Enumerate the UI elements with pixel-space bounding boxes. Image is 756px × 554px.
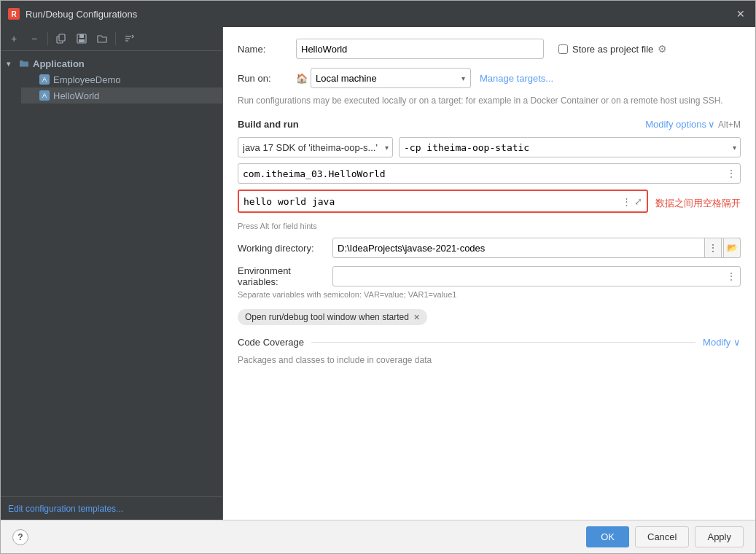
modify-link[interactable]: Modify ∨ bbox=[703, 337, 741, 348]
dialog-title: Run/Debug Configurations bbox=[26, 9, 137, 20]
bottom-left: ? bbox=[12, 529, 28, 545]
tag-label: Open run/debug tool window when started bbox=[245, 312, 409, 322]
right-panel: Name: Store as project file ⚙ Run on: 🏠 … bbox=[223, 27, 755, 520]
bottom-link-area: Edit configuration templates... bbox=[1, 496, 222, 520]
store-project-row: Store as project file ⚙ bbox=[558, 43, 667, 55]
working-dir-file-icon[interactable]: ⋮ bbox=[704, 238, 722, 258]
tree-item-employee-demo[interactable]: A EmployeeDemo bbox=[21, 71, 222, 87]
code-coverage-label: Code Coverage bbox=[238, 337, 304, 348]
add-button[interactable]: + bbox=[5, 30, 23, 47]
field-hint: Press Alt for field hints bbox=[238, 222, 741, 230]
run-debug-dialog: R Run/Debug Configurations ✕ + − bbox=[0, 0, 756, 554]
svg-rect-3 bbox=[79, 34, 84, 38]
manage-targets-link[interactable]: Manage targets... bbox=[480, 73, 553, 84]
tree-arrow: ▾ bbox=[7, 60, 17, 68]
working-dir-folder-icon[interactable]: 📂 bbox=[723, 238, 741, 258]
program-args-icons: ⋮ ⤢ bbox=[622, 196, 642, 207]
app-icon-2: A bbox=[39, 90, 50, 101]
gear-icon[interactable]: ⚙ bbox=[658, 43, 667, 55]
cp-select-wrapper: -cp itheima-oop-static ▾ bbox=[399, 137, 741, 157]
sdk-row: java 17 SDK of 'itheima-oop-s...' ▾ -cp … bbox=[238, 137, 741, 157]
folder-button[interactable] bbox=[93, 30, 111, 47]
tree-item-label-employee: EmployeeDemo bbox=[53, 74, 121, 85]
tree-group-header[interactable]: ▾ Application bbox=[1, 55, 222, 71]
divider-line bbox=[311, 342, 695, 343]
close-button[interactable]: ✕ bbox=[733, 7, 748, 21]
bottom-right: OK Cancel Apply bbox=[586, 526, 744, 547]
modify-options-area: Modify options ∨ Alt+M bbox=[645, 119, 741, 130]
ok-button[interactable]: OK bbox=[586, 526, 629, 547]
sdk-select-wrapper: java 17 SDK of 'itheima-oop-s...' ▾ bbox=[238, 137, 393, 157]
main-content: + − ▾ bbox=[1, 27, 755, 520]
sort-button[interactable] bbox=[120, 30, 138, 47]
name-input[interactable] bbox=[296, 39, 544, 59]
tree-item-hello-world[interactable]: A HelloWorld bbox=[21, 87, 222, 104]
tree-area: ▾ Application A EmployeeDemo bbox=[1, 51, 222, 496]
main-class-browse-icon[interactable]: ⋮ bbox=[726, 168, 736, 179]
working-dir-row: Working directory: ⋮ 📂 bbox=[238, 238, 741, 258]
main-class-input[interactable] bbox=[238, 163, 741, 184]
run-on-label: Run on: bbox=[238, 73, 296, 84]
env-vars-row: Environment variables: ⋮ bbox=[238, 265, 741, 287]
program-args-row: ⋮ ⤢ bbox=[238, 190, 648, 213]
name-row: Name: Store as project file ⚙ bbox=[238, 39, 741, 59]
tree-children: A EmployeeDemo A HelloWorld bbox=[1, 71, 222, 104]
main-class-row: ⋮ bbox=[238, 163, 741, 184]
bottom-bar: ? OK Cancel Apply bbox=[1, 520, 755, 553]
env-vars-input[interactable] bbox=[332, 266, 741, 286]
sdk-select[interactable]: java 17 SDK of 'itheima-oop-s...' bbox=[238, 137, 393, 157]
env-vars-icon[interactable]: ⋮ bbox=[726, 270, 736, 282]
remove-button[interactable]: − bbox=[26, 30, 43, 47]
right-content: Name: Store as project file ⚙ Run on: 🏠 … bbox=[223, 27, 755, 520]
copy-button[interactable] bbox=[52, 30, 70, 47]
help-button[interactable]: ? bbox=[12, 529, 28, 545]
env-hint: Separate variables with semicolon: VAR=v… bbox=[238, 290, 741, 299]
cp-select[interactable]: -cp itheima-oop-static bbox=[399, 137, 741, 157]
working-dir-input[interactable] bbox=[332, 238, 741, 258]
store-project-checkbox[interactable] bbox=[558, 44, 568, 54]
build-run-title: Build and run bbox=[238, 119, 299, 130]
dialog-icon: R bbox=[8, 8, 20, 20]
cancel-button[interactable]: Cancel bbox=[635, 526, 689, 547]
program-args-input[interactable] bbox=[239, 191, 647, 211]
store-project-label: Store as project file bbox=[572, 44, 653, 55]
code-coverage-row: Code Coverage Modify ∨ bbox=[238, 337, 741, 348]
run-on-row: Run on: 🏠 Local machine ▾ Manage targets… bbox=[238, 68, 741, 88]
tag-close-button[interactable]: ✕ bbox=[413, 313, 420, 322]
env-vars-label: Environment variables: bbox=[238, 265, 332, 287]
tree-group-application: ▾ Application A EmployeeDemo bbox=[1, 54, 222, 105]
folder-icon bbox=[18, 58, 30, 69]
svg-rect-4 bbox=[79, 39, 85, 42]
program-args-expand-icon[interactable]: ⤢ bbox=[634, 196, 642, 207]
run-on-select-wrapper: 🏠 Local machine ▾ bbox=[296, 68, 471, 88]
run-on-hint: Run configurations may be executed local… bbox=[238, 94, 741, 107]
modify-options-link[interactable]: Modify options ∨ bbox=[645, 119, 715, 130]
save-button[interactable] bbox=[73, 30, 90, 47]
run-on-select[interactable]: Local machine bbox=[311, 68, 471, 88]
left-panel: + − ▾ bbox=[1, 27, 223, 520]
tag-row: Open run/debug tool window when started … bbox=[238, 309, 741, 325]
dir-icons: ⋮ 📂 bbox=[704, 238, 741, 258]
edit-config-templates-link[interactable]: Edit configuration templates... bbox=[8, 504, 123, 514]
toolbar-separator bbox=[47, 32, 48, 45]
apply-button[interactable]: Apply bbox=[695, 526, 744, 547]
working-dir-label: Working directory: bbox=[238, 243, 332, 254]
program-args-copy-icon[interactable]: ⋮ bbox=[622, 196, 631, 207]
local-machine-icon: 🏠 bbox=[296, 73, 308, 84]
group-label: Application bbox=[33, 58, 85, 69]
name-label: Name: bbox=[238, 44, 296, 55]
app-icon-1: A bbox=[39, 74, 50, 85]
svg-rect-1 bbox=[59, 34, 65, 41]
build-run-header: Build and run Modify options ∨ Alt+M bbox=[238, 119, 741, 130]
chevron-down-icon: ∨ bbox=[708, 119, 715, 130]
program-args-container: ⋮ ⤢ 数据之间用空格隔开 bbox=[238, 190, 741, 217]
modify-options-label: Modify options bbox=[645, 119, 706, 130]
toolbar-separator-2 bbox=[115, 32, 116, 45]
shortcut-hint: Alt+M bbox=[718, 120, 741, 130]
program-args-annotation: 数据之间用空格隔开 bbox=[655, 197, 741, 210]
title-bar: R Run/Debug Configurations ✕ bbox=[1, 1, 755, 27]
coverage-hint: Packages and classes to include in cover… bbox=[238, 355, 741, 365]
env-vars-field: ⋮ bbox=[332, 266, 741, 286]
title-bar-left: R Run/Debug Configurations bbox=[8, 8, 137, 20]
toolbar: + − bbox=[1, 27, 222, 51]
